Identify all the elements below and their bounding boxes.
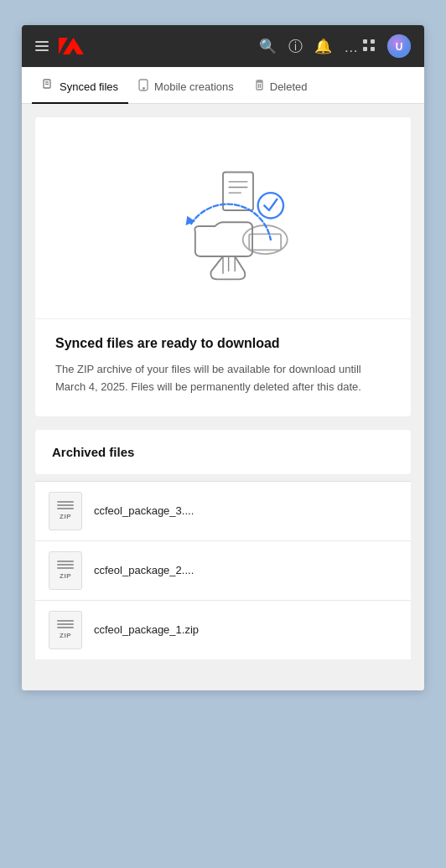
tab-deleted[interactable]: Deleted	[244, 67, 318, 104]
header-icons: 🔍 ⓘ 🔔 …	[259, 34, 411, 58]
svg-rect-11	[257, 82, 262, 90]
zip-icon-1: ZIP	[49, 492, 82, 530]
file-name-2: ccfeol_package_2....	[94, 564, 194, 576]
file-item[interactable]: ZIP ccfeol_package_3....	[35, 482, 411, 541]
main-content: Synced files are ready to download The Z…	[22, 104, 424, 690]
svg-point-10	[143, 88, 145, 90]
svg-rect-3	[371, 47, 375, 51]
svg-rect-0	[363, 39, 367, 44]
zip-icon-2: ZIP	[49, 551, 82, 590]
ready-text-area: Synced files are ready to download The Z…	[35, 318, 411, 416]
tab-deleted-label: Deleted	[270, 80, 308, 93]
svg-point-16	[258, 193, 283, 218]
mobile-tab-icon	[138, 79, 149, 94]
header: 🔍 ⓘ 🔔 …	[22, 25, 424, 67]
menu-icon[interactable]	[35, 41, 49, 51]
adobe-logo	[59, 36, 84, 56]
synced-tab-icon	[42, 79, 54, 94]
ready-card: Synced files are ready to download The Z…	[35, 117, 411, 416]
bell-icon[interactable]: 🔔	[314, 39, 332, 54]
illustration-area	[35, 117, 411, 318]
search-icon[interactable]: 🔍	[259, 39, 277, 54]
sync-illustration	[148, 142, 298, 293]
tab-mobile-label: Mobile creations	[154, 80, 234, 93]
user-avatar[interactable]: U	[387, 34, 411, 58]
grid-icon[interactable]: …	[344, 39, 376, 54]
file-name-3: ccfeol_package_1.zip	[94, 623, 199, 636]
tabs-bar: Synced files Mobile creations	[22, 67, 424, 104]
zip-icon-3: ZIP	[49, 611, 82, 649]
svg-rect-15	[249, 234, 281, 250]
svg-rect-2	[363, 47, 367, 51]
tab-mobile-creations[interactable]: Mobile creations	[128, 67, 244, 104]
deleted-tab-icon	[254, 79, 265, 94]
ready-description: The ZIP archive of your files will be av…	[55, 361, 391, 396]
app-window: 🔍 ⓘ 🔔 …	[22, 25, 424, 690]
file-item[interactable]: ZIP ccfeol_package_1.zip	[35, 601, 411, 659]
file-item[interactable]: ZIP ccfeol_package_2....	[35, 541, 411, 601]
archived-card: Archived files	[35, 430, 411, 474]
file-name-1: ccfeol_package_3....	[94, 504, 194, 517]
tab-synced-files[interactable]: Synced files	[32, 67, 128, 104]
files-list: ZIP ccfeol_package_3.... ZIP ccfeol_pack…	[35, 481, 411, 659]
svg-rect-1	[371, 39, 375, 44]
svg-text:U: U	[396, 41, 403, 53]
tab-synced-label: Synced files	[60, 80, 118, 93]
help-icon[interactable]: ⓘ	[288, 39, 303, 54]
ready-title: Synced files are ready to download	[55, 336, 391, 351]
archived-title: Archived files	[52, 445, 394, 459]
